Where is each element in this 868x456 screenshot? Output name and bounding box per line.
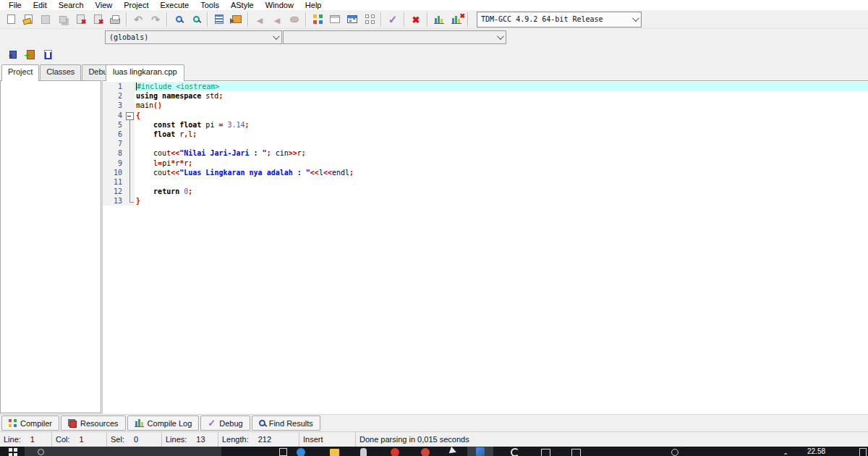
status-cell: Done parsing in 0,015 seconds (356, 432, 868, 447)
google-icon[interactable] (511, 448, 519, 456)
rebuild-button[interactable] (361, 12, 378, 28)
editor-file-tab[interactable]: luas lingkaran.cpp (106, 64, 184, 81)
menu-search[interactable]: Search (53, 0, 90, 10)
token-id (136, 187, 153, 195)
token-kw: float (179, 121, 201, 129)
status-value: 1 (30, 435, 35, 444)
profile-del-button[interactable] (448, 12, 465, 28)
print-button[interactable] (106, 12, 124, 28)
nav-stop-icon (290, 17, 299, 22)
window-app-icon[interactable] (541, 449, 550, 456)
nav-stop-button[interactable] (286, 12, 303, 28)
resources-icon (68, 419, 77, 428)
toolbar-separator (247, 12, 249, 27)
code-lines: 1#include <iostream>2using namespace std… (103, 81, 868, 206)
project-panel[interactable] (0, 80, 101, 413)
class-browser-select[interactable]: (globals) (105, 30, 282, 44)
insert-unit-button[interactable] (4, 47, 22, 63)
goto-line-button[interactable] (228, 12, 245, 28)
compiler-select[interactable]: TDM-GCC 4.9.2 64-bit Release (477, 12, 642, 28)
compile-run-button[interactable] (344, 12, 361, 28)
code-line: 5 const float pi = 3.14; (103, 120, 868, 130)
menu-edit[interactable]: Edit (27, 0, 53, 10)
menu-project[interactable]: Project (118, 0, 154, 10)
code-line: 6 float r,l; (103, 130, 868, 139)
code-line: 8 cout<<"Nilai Jari-Jari : "; cin>>r; (103, 148, 868, 158)
menu-view[interactable]: View (90, 0, 119, 10)
close-button[interactable] (72, 12, 89, 28)
file-explorer-icon[interactable] (330, 449, 339, 456)
fold-margin (124, 82, 135, 91)
find-icon (176, 16, 182, 22)
token-sym: ; (188, 187, 192, 195)
token-sym: { (136, 111, 140, 119)
menu-file[interactable]: File (3, 0, 27, 10)
code-editor[interactable]: 1#include <iostream>2using namespace std… (102, 80, 868, 414)
dev-cpp-icon[interactable] (467, 447, 493, 456)
tray-chevron-icon[interactable] (783, 448, 788, 456)
find-in-files-button[interactable] (210, 12, 228, 28)
status-value: 1 (80, 435, 84, 444)
nav-forward-button[interactable] (268, 12, 286, 28)
replace-button[interactable] (187, 12, 205, 28)
opera-icon[interactable] (391, 448, 399, 456)
save-all-button[interactable] (54, 12, 72, 28)
file-tab-label: luas lingkaran.cpp (113, 67, 177, 76)
add-file-button[interactable] (22, 47, 39, 63)
profile-icon (434, 15, 444, 24)
tab-classes[interactable]: Classes (40, 64, 81, 80)
tray-icon-icon[interactable] (671, 449, 678, 456)
line-number: 13 (103, 196, 124, 206)
redo-button[interactable] (147, 12, 164, 28)
tab-compiler[interactable]: Compiler (1, 415, 59, 431)
code-text: { (135, 111, 868, 120)
save-button[interactable] (37, 12, 54, 28)
token-sym: ; (349, 169, 354, 177)
browser-red-icon[interactable] (421, 448, 430, 456)
menu-tools[interactable]: Tools (195, 0, 225, 10)
start-icon[interactable] (9, 448, 17, 456)
tab-project[interactable]: Project (1, 64, 39, 81)
menu-help[interactable]: Help (299, 0, 328, 10)
find-button[interactable] (170, 12, 187, 28)
menu-astyle[interactable]: AStyle (225, 0, 260, 10)
tab-debug[interactable]: Debug (200, 415, 250, 431)
cursor-icon[interactable] (449, 447, 461, 456)
remove-file-button[interactable] (39, 47, 56, 63)
tab-resources[interactable]: Resources (61, 415, 126, 431)
token-sym: << (171, 149, 179, 157)
report-tabs: CompilerResourcesCompile LogDebugFind Re… (0, 414, 868, 431)
nav-back-button[interactable] (251, 12, 268, 28)
edge-browser-icon[interactable] (297, 448, 305, 456)
token-pp: #include <iostream> (137, 83, 219, 90)
tab-find-results[interactable]: Find Results (252, 415, 320, 431)
undo-button[interactable] (129, 12, 147, 28)
syntax-check-button[interactable] (384, 12, 401, 28)
close-all-button[interactable] (89, 12, 106, 28)
menu-execute[interactable]: Execute (154, 0, 195, 10)
show-desktop-icon[interactable] (859, 448, 867, 456)
line-number: 10 (103, 168, 124, 177)
member-browser-select[interactable] (283, 30, 506, 44)
code-line: 3main() (103, 101, 868, 110)
open-file-button[interactable] (20, 12, 37, 28)
run-button[interactable] (326, 12, 344, 28)
fold-marker-start[interactable] (124, 111, 135, 120)
task-view-icon[interactable] (279, 448, 287, 456)
toolbar-separator (166, 12, 168, 27)
new-file-button[interactable] (2, 12, 20, 28)
profile-button[interactable] (430, 12, 448, 28)
replace-icon (193, 16, 200, 22)
window-app-2-icon[interactable] (571, 449, 581, 456)
pin-icon[interactable] (360, 448, 367, 456)
menu-window[interactable]: Window (260, 0, 299, 10)
rebuild-icon (365, 14, 375, 24)
taskbar-search-box[interactable] (25, 447, 221, 456)
compile-button[interactable] (309, 12, 326, 28)
compile-run-icon (347, 15, 357, 23)
tab-compile-log[interactable]: Compile Log (127, 415, 200, 431)
code-line: 13} (103, 196, 868, 206)
line-number: 9 (103, 159, 124, 168)
abort-button[interactable] (407, 12, 425, 28)
windows-taskbar: 22.58 (0, 447, 868, 456)
